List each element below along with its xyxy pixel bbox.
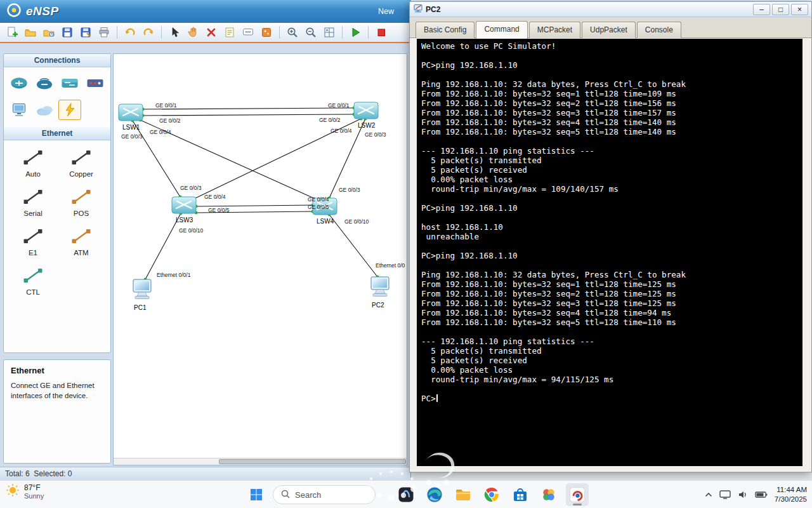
volume-icon[interactable] <box>738 490 748 499</box>
pc2-titlebar[interactable]: PC2 – □ × <box>410 2 811 17</box>
minimize-button[interactable]: – <box>753 4 770 15</box>
topology-link[interactable] <box>143 114 354 116</box>
battery-icon[interactable] <box>755 491 768 498</box>
terminal-line: 0.00% packet loss <box>421 365 798 375</box>
port-label: GE 0/0/3 <box>339 187 360 193</box>
tab-console[interactable]: Console <box>637 22 681 38</box>
terminal-line: From 192.168.1.10: bytes=32 seq=4 ttl=12… <box>421 308 798 318</box>
comment-button[interactable] <box>240 24 256 41</box>
device-label: LSW4 <box>317 218 334 225</box>
terminal-line: Welcome to use PC Simulator! <box>421 41 798 51</box>
zoom-in-button[interactable] <box>284 24 301 41</box>
photos-taskbar-icon[interactable] <box>537 483 560 506</box>
ensp-titlebar[interactable]: eNSP New <box>0 0 410 23</box>
titlebar-new-label[interactable]: New <box>378 7 394 16</box>
taskbar-clock[interactable]: 11:44 AM 7/30/2025 <box>775 485 807 504</box>
link-type-pos[interactable]: POS <box>67 186 95 217</box>
chrome-taskbar-icon[interactable] <box>480 483 503 506</box>
topology-canvas[interactable]: LSW1LSW2LSW3LSW4PC1PC2GE 0/0/1GE 0/0/1GE… <box>113 53 407 465</box>
ensp-taskbar-icon[interactable] <box>566 483 589 506</box>
taskbar-weather[interactable]: 87°F Sunny <box>5 483 44 500</box>
hscrollbar-thumb[interactable] <box>219 459 406 464</box>
start-device-button[interactable] <box>347 24 363 41</box>
ensp-window: eNSP New Connections Ethernet AutoCopper… <box>0 0 411 480</box>
system-tray: 11:44 AM 7/30/2025 <box>705 481 807 508</box>
terminal-line: --- 192.168.1.10 ping statistics --- <box>421 337 798 346</box>
link-type-label: Copper <box>69 170 93 178</box>
maximize-button[interactable]: □ <box>772 4 789 15</box>
router-device-icon[interactable] <box>8 73 30 93</box>
weather-desc: Sunny <box>24 492 44 500</box>
terminal-line: From 192.168.1.10: bytes=32 seq=3 ttl=12… <box>421 298 798 308</box>
link-type-atm[interactable]: ATM <box>67 225 95 257</box>
canvas-hscrollbar[interactable] <box>114 458 407 465</box>
link-type-auto[interactable]: Auto <box>19 147 47 178</box>
topology-link[interactable] <box>196 205 313 206</box>
terminal[interactable]: Welcome to use PC Simulator! PC>ping 192… <box>417 39 802 466</box>
port-label: GE 0/0/3 <box>121 133 143 140</box>
device-LSW3[interactable] <box>172 197 196 213</box>
tab-udppacket[interactable]: UdpPacket <box>582 22 636 38</box>
select-button[interactable] <box>166 24 183 41</box>
ensp-sidebar: Connections Ethernet AutoCopperSerialPOS… <box>3 53 111 464</box>
terminal-device-icon[interactable] <box>8 100 30 120</box>
wlan-router-device-icon[interactable] <box>33 73 56 93</box>
open-topology-button[interactable] <box>22 24 39 41</box>
display-tray-icon[interactable] <box>719 490 731 499</box>
clock-date: 7/30/2025 <box>775 495 807 504</box>
file-explorer-taskbar-icon[interactable] <box>452 483 475 506</box>
link-type-label: ATM <box>74 249 88 257</box>
auto-cable-icon <box>19 147 47 168</box>
terminal-line: From 192.168.1.10: bytes=32 seq=5 ttl=12… <box>421 318 798 327</box>
save-button[interactable] <box>59 24 75 41</box>
info-panel: Ethernet Connect GE and Ethernet interfa… <box>3 359 111 464</box>
store-taskbar-icon[interactable] <box>509 483 532 506</box>
print-button[interactable] <box>96 24 112 41</box>
note-button[interactable] <box>221 24 238 41</box>
device-LSW1[interactable] <box>119 104 143 121</box>
tab-mcpacket[interactable]: MCPacket <box>529 22 580 38</box>
link-type-copper[interactable]: Copper <box>67 147 95 178</box>
start-button[interactable] <box>250 488 263 503</box>
tab-command[interactable]: Command <box>476 21 527 39</box>
copilot-taskbar-icon[interactable] <box>395 483 417 506</box>
delete-button[interactable] <box>203 24 219 41</box>
switch-device-icon[interactable] <box>58 73 81 93</box>
save-as-button[interactable] <box>77 24 94 41</box>
terminal-line: From 192.168.1.10: bytes=32 seq=1 ttl=12… <box>421 89 798 98</box>
device-PC1[interactable] <box>133 279 151 299</box>
device-label: LSW3 <box>176 217 193 224</box>
port-label: GE 0/0/3 <box>180 185 202 191</box>
hub-device-icon[interactable] <box>84 73 107 93</box>
docking-lightning-device-icon[interactable] <box>58 100 81 120</box>
device-PC2[interactable] <box>371 277 389 297</box>
link-type-serial[interactable]: Serial <box>19 186 47 217</box>
hidden-icons-chevron[interactable] <box>705 492 712 497</box>
window-controls: – □ × <box>753 4 808 15</box>
port-label: GE 0/0/4 <box>204 194 226 200</box>
palette-button[interactable] <box>258 24 275 41</box>
redo-button[interactable] <box>140 24 157 41</box>
close-button[interactable]: × <box>791 4 808 15</box>
terminal-line <box>421 70 798 79</box>
new-topology-button[interactable] <box>4 24 20 41</box>
serial-cable-icon <box>19 186 47 208</box>
port-label: GE 0/0/1 <box>328 102 350 109</box>
open-recent-button[interactable] <box>41 24 57 41</box>
device-palette <box>4 67 110 127</box>
link-type-ctl[interactable]: CTL <box>19 265 47 296</box>
link-type-e1[interactable]: E1 <box>19 225 47 257</box>
cloud-device-icon[interactable] <box>33 100 56 120</box>
stop-device-button[interactable] <box>373 24 390 41</box>
edge-taskbar-icon[interactable] <box>423 483 446 506</box>
zoom-out-button[interactable] <box>303 24 319 41</box>
topology-map-button[interactable] <box>321 24 337 41</box>
device-LSW2[interactable] <box>354 102 378 119</box>
undo-button[interactable] <box>122 24 138 41</box>
pan-button[interactable] <box>185 24 201 41</box>
search-box[interactable]: Search <box>273 485 376 504</box>
terminal-line: unreachable <box>421 232 798 241</box>
terminal-line: host 192.168.1.10 <box>421 222 798 232</box>
tab-basic-config[interactable]: Basic Config <box>416 22 475 38</box>
search-label: Search <box>295 490 321 500</box>
